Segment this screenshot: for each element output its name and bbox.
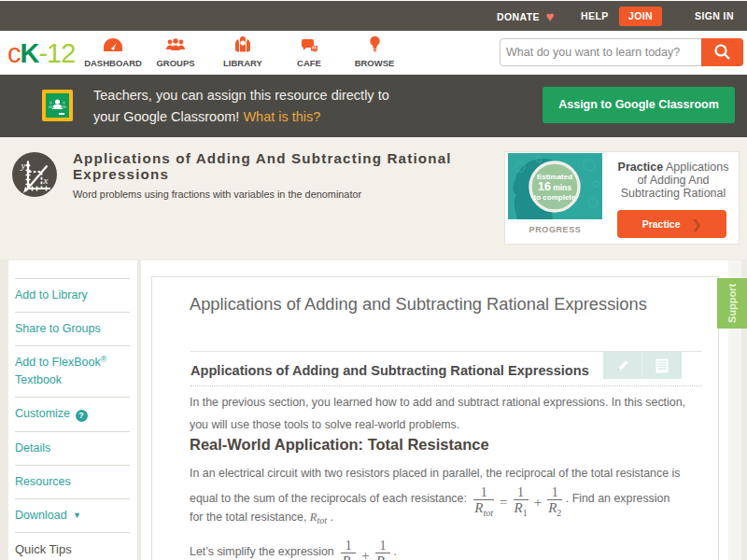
svg-text:x: x xyxy=(43,175,49,186)
svg-text:16 mins: 16 mins xyxy=(538,180,571,193)
svg-text:to complete: to complete xyxy=(534,193,576,202)
svg-text:y: y xyxy=(21,160,26,171)
